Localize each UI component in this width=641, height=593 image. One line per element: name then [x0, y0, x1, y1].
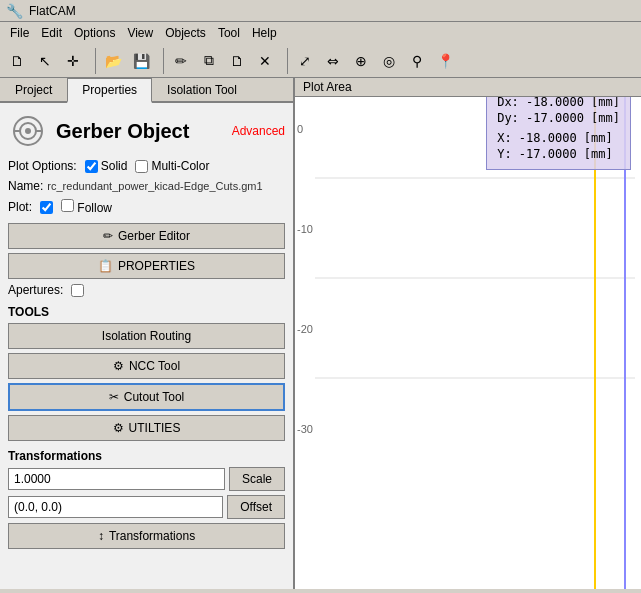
title-bar: 🔧 FlatCAM	[0, 0, 641, 22]
plot-area-header: Plot Area	[295, 78, 641, 97]
menu-objects[interactable]: Objects	[159, 24, 212, 42]
menu-tool[interactable]: Tool	[212, 24, 246, 42]
toolbar-save[interactable]: 💾	[128, 48, 154, 74]
properties-icon: 📋	[98, 259, 113, 273]
properties-button[interactable]: 📋 PROPERTIES	[8, 253, 285, 279]
name-value: rc_redundant_power_kicad-Edge_Cuts.gm1	[47, 180, 262, 192]
apertures-checkbox[interactable]	[71, 284, 84, 297]
transformations-section-title: Transformations	[8, 449, 285, 463]
y-value: -17.0000 [mm]	[519, 147, 613, 161]
toolbar-new[interactable]: 🗋	[4, 48, 30, 74]
plot-options-label: Plot Options:	[8, 159, 77, 173]
tab-project[interactable]: Project	[0, 78, 67, 101]
y-label: Y:	[497, 147, 511, 161]
menu-edit[interactable]: Edit	[35, 24, 68, 42]
dx-value: -18.0000 [mm]	[526, 95, 620, 109]
x-row: X: -18.0000 [mm]	[497, 131, 620, 145]
toolbar-location[interactable]: 📍	[432, 48, 458, 74]
toolbar-pointer[interactable]: ↖	[32, 48, 58, 74]
svg-text:0: 0	[297, 123, 303, 135]
dx-row: Dx: -18.0000 [mm]	[497, 95, 620, 109]
toolbar-edit[interactable]: ✏	[168, 48, 194, 74]
dx-label: Dx:	[497, 95, 519, 109]
cutout-icon: ✂	[109, 390, 119, 404]
panel-header: Gerber Object Advanced	[8, 111, 285, 151]
plot-options: Plot Options: Solid Multi-Color	[8, 159, 285, 173]
svg-point-2	[25, 128, 31, 134]
follow-checkbox-label: Follow	[61, 199, 112, 215]
scale-button[interactable]: Scale	[229, 467, 285, 491]
toolbar-circle[interactable]: ◎	[376, 48, 402, 74]
coordinate-display: Dx: -18.0000 [mm] Dy: -17.0000 [mm] X: -…	[486, 88, 631, 170]
plot-area-label: Plot Area	[303, 80, 352, 94]
solid-checkbox-label: Solid	[85, 159, 128, 173]
name-row: Name: rc_redundant_power_kicad-Edge_Cuts…	[8, 179, 285, 193]
toolbar: 🗋 ↖ ✛ 📂 💾 ✏ ⧉ 🗋 ✕ ⤢ ⇔ ⊕ ◎ ⚲ 📍	[0, 44, 641, 78]
menu-view[interactable]: View	[121, 24, 159, 42]
tab-isolation-tool[interactable]: Isolation Tool	[152, 78, 252, 101]
multicolor-checkbox-label: Multi-Color	[135, 159, 209, 173]
svg-text:-10: -10	[297, 223, 313, 235]
plot-checkbox[interactable]	[40, 201, 53, 214]
offset-row: Offset	[8, 495, 285, 519]
panel-advanced[interactable]: Advanced	[232, 124, 285, 138]
plot-row: Plot: Follow	[8, 199, 285, 215]
follow-checkbox[interactable]	[61, 199, 74, 212]
toolbar-sep-3	[282, 48, 288, 74]
toolbar-new2[interactable]: 🗋	[224, 48, 250, 74]
svg-text:-20: -20	[297, 323, 313, 335]
toolbar-expand[interactable]: ⤢	[292, 48, 318, 74]
ncc-icon: ⚙	[113, 359, 124, 373]
right-panel: Plot Area 0 -10 -20 -30 Dx:	[295, 78, 641, 589]
x-value: -18.0000 [mm]	[519, 131, 613, 145]
toolbar-copy[interactable]: ⧉	[196, 48, 222, 74]
app-title: FlatCAM	[29, 4, 76, 18]
apertures-row: Apertures:	[8, 283, 285, 297]
toolbar-delete[interactable]: ✕	[252, 48, 278, 74]
scale-row: Scale	[8, 467, 285, 491]
gerber-editor-icon: ✏	[103, 229, 113, 243]
multicolor-checkbox[interactable]	[135, 160, 148, 173]
utilities-icon: ⚙	[113, 421, 124, 435]
x-label: X:	[497, 131, 511, 145]
menu-options[interactable]: Options	[68, 24, 121, 42]
toolbar-open[interactable]: 📂	[100, 48, 126, 74]
tabs: Project Properties Isolation Tool	[0, 78, 293, 103]
toolbar-move[interactable]: ✛	[60, 48, 86, 74]
menu-help[interactable]: Help	[246, 24, 283, 42]
name-label: Name:	[8, 179, 43, 193]
dy-label: Dy:	[497, 111, 519, 125]
tools-section-title: TOOLS	[8, 305, 285, 319]
ncc-tool-button[interactable]: ⚙ NCC Tool	[8, 353, 285, 379]
menubar: File Edit Options View Objects Tool Help	[0, 22, 641, 44]
gerber-editor-button[interactable]: ✏ Gerber Editor	[8, 223, 285, 249]
offset-button[interactable]: Offset	[227, 495, 285, 519]
dy-row: Dy: -17.0000 [mm]	[497, 111, 620, 125]
toolbar-arrows[interactable]: ⇔	[320, 48, 346, 74]
plot-label: Plot:	[8, 200, 32, 214]
y-row: Y: -17.0000 [mm]	[497, 147, 620, 161]
isolation-routing-button[interactable]: Isolation Routing	[8, 323, 285, 349]
solid-checkbox[interactable]	[85, 160, 98, 173]
scale-input[interactable]	[8, 468, 225, 490]
tab-properties[interactable]: Properties	[67, 78, 152, 103]
transformations-icon: ↕	[98, 529, 104, 543]
apertures-label: Apertures:	[8, 283, 63, 297]
offset-input[interactable]	[8, 496, 223, 518]
utilities-button[interactable]: ⚙ UTILTIES	[8, 415, 285, 441]
left-panel: Project Properties Isolation Tool Gerber…	[0, 78, 295, 589]
toolbar-sep-1	[90, 48, 96, 74]
transformations-button[interactable]: ↕ Transformations	[8, 523, 285, 549]
dy-value: -17.0000 [mm]	[526, 111, 620, 125]
toolbar-sep-2	[158, 48, 164, 74]
toolbar-magnet[interactable]: ⚲	[404, 48, 430, 74]
cutout-tool-button[interactable]: ✂ Cutout Tool	[8, 383, 285, 411]
gerber-icon	[8, 111, 48, 151]
menu-file[interactable]: File	[4, 24, 35, 42]
app-icon: 🔧	[6, 3, 23, 19]
panel-title: Gerber Object	[56, 120, 189, 143]
main-layout: Project Properties Isolation Tool Gerber…	[0, 78, 641, 589]
svg-text:-30: -30	[297, 423, 313, 435]
toolbar-crosshair[interactable]: ⊕	[348, 48, 374, 74]
